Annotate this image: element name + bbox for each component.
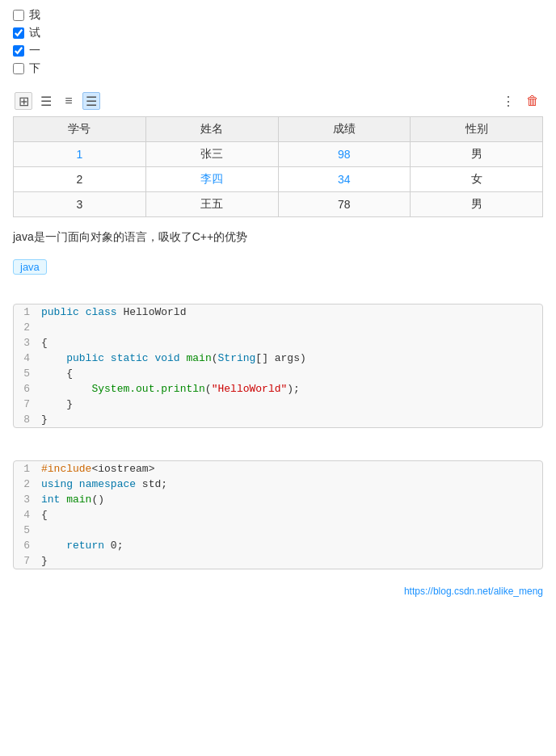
java-code-block: 1 public class HelloWorld 2 3 { 4 public…: [13, 304, 543, 428]
col-header-gender: 性别: [411, 117, 543, 142]
code-line: 6 System.out.println("HelloWorld");: [14, 381, 542, 397]
checkbox-试[interactable]: [13, 27, 24, 39]
toolbar-right: ⋮ 🗑: [499, 92, 541, 110]
toolbar-left: ⊞ ☰ ≡ ☰: [15, 92, 100, 110]
checkbox-label-一: 一: [29, 44, 40, 58]
code-line: 3 {: [14, 335, 542, 351]
line-content: [36, 523, 542, 537]
line-content: return 0;: [36, 539, 542, 552]
table-header-row: 学号 姓名 成绩 性别: [14, 117, 543, 142]
line-content: [36, 321, 542, 334]
cell-name-1: 张三: [145, 142, 278, 167]
list-box-icon[interactable]: ☰: [82, 92, 100, 110]
code-line: 6 return 0;: [14, 538, 542, 553]
cell-id-2: 2: [14, 167, 146, 192]
line-content: }: [36, 413, 542, 426]
code-line: 7 }: [14, 553, 542, 569]
line-content: {: [36, 367, 542, 380]
code-line: 3 int main(): [14, 492, 542, 507]
col-header-id: 学号: [14, 117, 146, 142]
col-header-name: 姓名: [145, 117, 278, 142]
line-number: 2: [14, 321, 36, 334]
cell-score-3: 78: [278, 192, 411, 217]
cell-score-2: 34: [278, 167, 411, 192]
code-line: 1 public class HelloWorld: [14, 304, 542, 320]
code-line: 1 #include<iostream>: [14, 461, 542, 477]
checkbox-label-我: 我: [29, 8, 40, 23]
line-number: 7: [14, 554, 36, 568]
line-number: 5: [14, 523, 36, 537]
line-content: int main(): [36, 493, 542, 506]
table-toolbar: ⊞ ☰ ≡ ☰ ⋮ 🗑: [13, 89, 543, 113]
code-line: 2: [14, 320, 542, 335]
cell-score-1: 98: [278, 142, 411, 167]
line-number: 6: [14, 382, 36, 396]
line-number: 8: [14, 413, 36, 426]
checkbox-item-2: 试: [13, 26, 543, 40]
line-number: 7: [14, 397, 36, 411]
checkbox-我[interactable]: [13, 10, 24, 21]
delete-icon[interactable]: 🗑: [524, 92, 541, 110]
line-content: using namespace std;: [36, 477, 542, 491]
checkbox-label-下: 下: [29, 61, 40, 76]
line-content: #include<iostream>: [36, 462, 542, 476]
watermark: https://blog.csdn.net/alike_meng: [13, 586, 543, 597]
code-line: 5: [14, 523, 542, 538]
col-header-score: 成绩: [278, 117, 411, 142]
java-description: java是一门面向对象的语言，吸收了C++的优势: [13, 230, 543, 245]
list-view-icon[interactable]: ☰: [37, 92, 55, 110]
line-content: {: [36, 336, 542, 350]
cell-id-1[interactable]: 1: [14, 142, 146, 167]
data-table: 学号 姓名 成绩 性别 1 张三 98 男 2 李四 34 女 3 王五 78 …: [13, 116, 543, 217]
checkbox-下[interactable]: [13, 63, 24, 74]
table-row: 2 李四 34 女: [14, 167, 543, 192]
line-number: 2: [14, 477, 36, 491]
table-row: 3 王五 78 男: [14, 192, 543, 217]
line-number: 4: [14, 508, 36, 522]
line-content: }: [36, 554, 542, 568]
line-number: 1: [14, 462, 36, 476]
checkbox-item-3: 一: [13, 44, 543, 58]
code-line: 7 }: [14, 397, 542, 412]
checkbox-section: 我 试 一 下: [13, 8, 543, 76]
line-content: public class HelloWorld: [36, 305, 542, 319]
line-number: 3: [14, 493, 36, 506]
line-number: 3: [14, 336, 36, 350]
cpp-code-block: 1 #include<iostream> 2 using namespace s…: [13, 460, 543, 569]
line-number: 6: [14, 539, 36, 552]
line-content: System.out.println("HelloWorld");: [36, 382, 542, 396]
code-line: 8 }: [14, 412, 542, 427]
line-content: }: [36, 397, 542, 411]
code-line: 4 {: [14, 507, 542, 523]
cell-id-3: 3: [14, 192, 146, 217]
checkbox-label-试: 试: [29, 26, 40, 40]
line-number: 1: [14, 305, 36, 319]
line-content: {: [36, 508, 542, 522]
more-options-icon[interactable]: ⋮: [499, 92, 517, 110]
checkbox-item-4: 下: [13, 61, 543, 76]
checkbox-一[interactable]: [13, 45, 24, 57]
code-line: 2 using namespace std;: [14, 477, 542, 492]
java-tag: java: [13, 259, 47, 275]
line-number: 5: [14, 367, 36, 380]
code-line: 5 {: [14, 366, 542, 381]
grid-view-icon[interactable]: ⊞: [15, 92, 32, 110]
line-content: public static void main(String[] args): [36, 351, 542, 365]
list-indent-icon[interactable]: ≡: [60, 92, 78, 110]
cell-gender-1: 男: [411, 142, 543, 167]
cell-name-3: 王五: [145, 192, 278, 217]
code-line: 4 public static void main(String[] args): [14, 351, 542, 366]
checkbox-item-1: 我: [13, 8, 543, 23]
cell-gender-3: 男: [411, 192, 543, 217]
table-row: 1 张三 98 男: [14, 142, 543, 167]
cell-gender-2: 女: [411, 167, 543, 192]
line-number: 4: [14, 351, 36, 365]
cell-name-2: 李四: [145, 167, 278, 192]
